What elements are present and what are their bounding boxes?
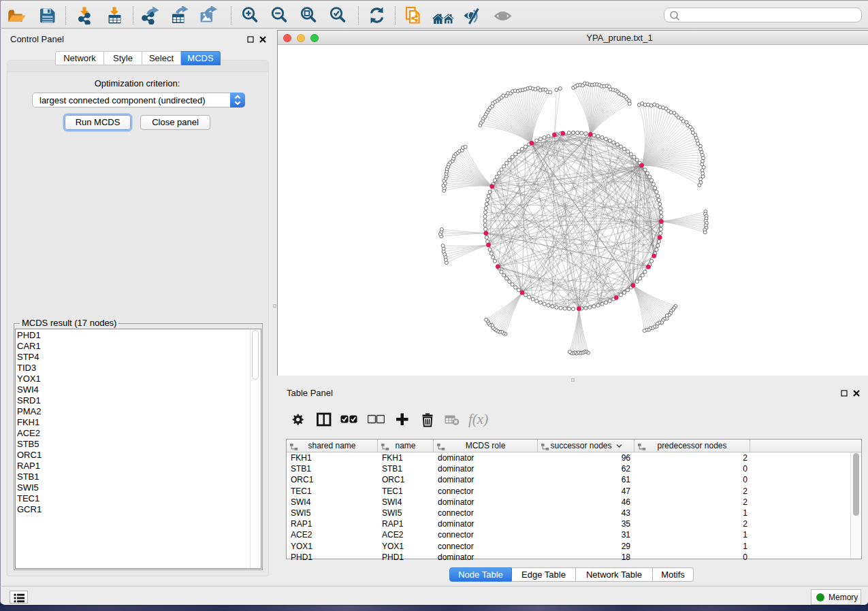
svg-text:f(x): f(x) [468,412,488,427]
